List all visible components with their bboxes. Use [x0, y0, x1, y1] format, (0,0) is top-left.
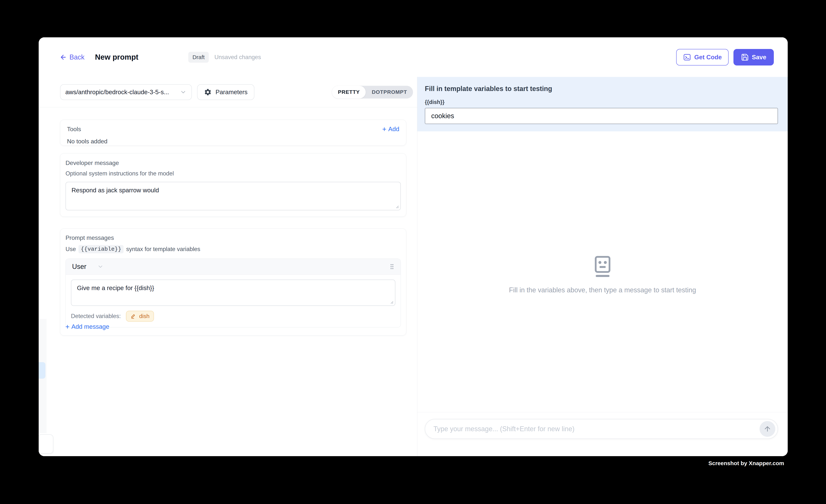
save-button[interactable]: Save [733, 49, 774, 65]
corner-popover-fragment [39, 434, 53, 453]
get-code-label: Get Code [694, 54, 722, 61]
sidebar-highlight-fragment [39, 362, 46, 379]
variable-chip-dish[interactable]: dish [126, 311, 154, 322]
add-message-label: Add message [71, 323, 109, 330]
view-mode-toggle: PRETTY DOTPROMPT [332, 86, 413, 99]
page-title: New prompt [95, 53, 138, 61]
role-selector[interactable]: User [72, 263, 86, 270]
save-label: Save [752, 54, 766, 61]
empty-state-caption: Fill in the variables above, then type a… [509, 286, 696, 294]
message-textarea[interactable]: Give me a recipe for {{dish}} [71, 279, 395, 306]
message-block: User Give me a recipe for {{dish}} [65, 259, 401, 327]
chat-input-bar [417, 412, 788, 456]
prompt-editor-panel: aws/anthropic/bedrock-claude-3-5-s... Pa… [39, 77, 417, 456]
unsaved-changes-text: Unsaved changes [215, 54, 261, 61]
back-label: Back [69, 53, 84, 61]
parameters-button[interactable]: Parameters [197, 84, 254, 100]
developer-message-card: Developer message Optional system instru… [60, 153, 406, 217]
robot-face-icon [594, 256, 611, 278]
screenshot-canvas: { "header": { "back_label": "Back", "tit… [0, 0, 826, 504]
template-syntax-hint: Use {{variable}} syntax for template var… [65, 245, 401, 253]
chat-input-container [425, 419, 778, 439]
arrow-up-icon [764, 425, 771, 433]
developer-message-subtitle: Optional system instructions for the mod… [65, 170, 401, 177]
status-badge: Draft [188, 52, 209, 63]
toggle-option-pretty[interactable]: PRETTY [332, 86, 366, 99]
terminal-icon [683, 53, 691, 61]
detected-variables-row: Detected variables: dish [66, 306, 401, 327]
send-button[interactable] [760, 421, 775, 437]
tools-card-title: Tools [67, 126, 81, 133]
developer-message-title: Developer message [65, 160, 401, 167]
model-selector-value: aws/anthropic/bedrock-claude-3-5-s... [65, 88, 169, 96]
template-variables-section: Fill in template variables to start test… [417, 77, 788, 131]
toggle-option-dotprompt[interactable]: DOTPROMPT [366, 86, 413, 99]
plus-icon: + [382, 126, 386, 133]
chat-message-input[interactable] [433, 425, 760, 433]
parameters-label: Parameters [216, 88, 248, 96]
prompt-messages-title: Prompt messages [65, 234, 401, 241]
header: Back New prompt Draft Unsaved changes Ge… [39, 37, 788, 77]
add-message-button[interactable]: + Add message [65, 323, 109, 330]
hint-suffix: syntax for template variables [126, 246, 200, 253]
plus-icon: + [65, 323, 69, 330]
prompt-messages-card: Prompt messages Use {{variable}} syntax … [60, 229, 406, 335]
chevron-down-icon[interactable] [97, 263, 104, 270]
detected-variables-label: Detected variables: [71, 313, 121, 320]
variable-syntax-chip: {{variable}} [78, 245, 123, 253]
editor-toolbar: aws/anthropic/bedrock-claude-3-5-s... Pa… [39, 77, 417, 107]
watermark-text: Screenshot by Xnapper.com [708, 460, 784, 466]
back-button[interactable]: Back [60, 53, 84, 61]
model-selector[interactable]: aws/anthropic/bedrock-claude-3-5-s... [60, 84, 192, 100]
editor-scroll-area: Tools + Add No tools added Developer mes… [39, 107, 417, 456]
tools-card: Tools + Add No tools added [60, 120, 406, 146]
content-split: aws/anthropic/bedrock-claude-3-5-s... Pa… [39, 77, 788, 456]
add-tool-label: Add [388, 126, 399, 133]
chevron-down-icon [180, 89, 187, 96]
variable-value-input[interactable] [425, 108, 778, 124]
app-window: Back New prompt Draft Unsaved changes Ge… [39, 37, 788, 456]
back-arrow-icon [60, 54, 67, 61]
hint-prefix: Use [65, 246, 76, 253]
variable-field-label: {{dish}} [425, 99, 778, 105]
developer-message-textarea[interactable]: Respond as jack sparrow would [65, 182, 401, 210]
save-icon [741, 53, 749, 61]
tools-empty-text: No tools added [67, 138, 399, 145]
message-header: User [66, 259, 401, 275]
get-code-button[interactable]: Get Code [676, 49, 728, 65]
add-tool-button[interactable]: + Add [382, 126, 399, 133]
test-panel: Fill in template variables to start test… [417, 77, 788, 456]
pencil-icon [130, 313, 136, 319]
gear-icon [204, 88, 212, 96]
variables-section-title: Fill in template variables to start test… [425, 85, 778, 93]
variable-chip-label: dish [139, 313, 150, 319]
chat-empty-state: Fill in the variables above, then type a… [417, 256, 788, 294]
drag-handle-icon[interactable] [390, 264, 394, 270]
